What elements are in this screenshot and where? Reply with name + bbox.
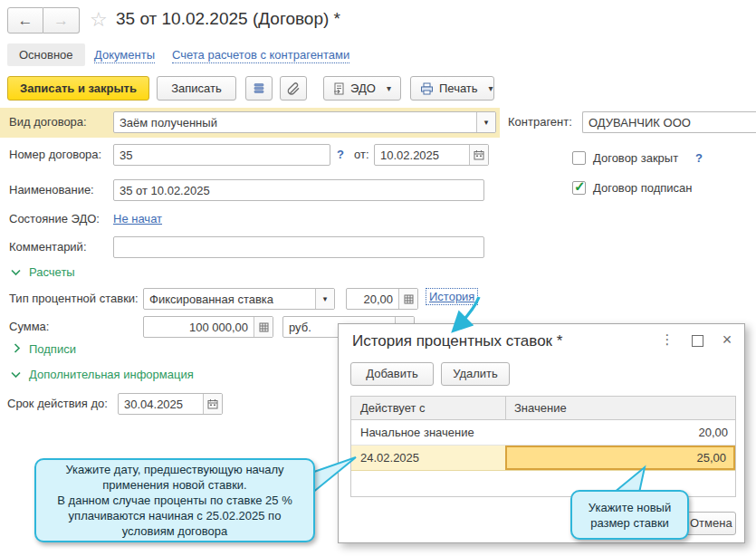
edo-caret-icon: ▾: [387, 77, 391, 100]
add-row-button[interactable]: Добавить: [350, 362, 434, 386]
rate-type-combobox[interactable]: Фиксированная ставка ▾: [143, 288, 335, 310]
callout-left-text: Укажите дату, предшествующую началу прим…: [45, 462, 304, 539]
valid-until-input[interactable]: 30.04.2025: [118, 393, 223, 415]
contract-closed-checkbox[interactable]: [572, 151, 586, 165]
contract-number-input[interactable]: 35: [113, 144, 330, 166]
attachments-button[interactable]: [280, 76, 307, 101]
dialog-more-icon[interactable]: ⋮: [657, 331, 677, 348]
name-value: 35 от 10.02.2025: [114, 184, 483, 197]
section-extra-header[interactable]: Дополнительная информация: [29, 368, 194, 381]
save-button[interactable]: Записать: [157, 76, 236, 101]
favorite-star-icon[interactable]: ☆: [90, 8, 108, 32]
stack-icon: [253, 82, 265, 95]
contract-type-label: Вид договора:: [9, 115, 87, 129]
back-button[interactable]: ←: [7, 7, 43, 34]
print-menu-button[interactable]: Печать ▾: [410, 76, 494, 101]
rate-type-dropdown-button[interactable]: ▾: [315, 289, 334, 309]
section-sign-chevron-right-icon[interactable]: [14, 343, 21, 353]
contract-number-label: Номер договора:: [9, 148, 101, 161]
edo-document-icon: [333, 82, 345, 95]
contract-date-calendar-button[interactable]: [469, 145, 488, 165]
valid-until-label: Срок действия до:: [7, 397, 108, 410]
printer-icon: [420, 82, 434, 95]
contract-form-window: ← → ☆ 35 от 10.02.2025 (Договор) * Основ…: [0, 0, 756, 556]
amount-calculator-button[interactable]: [254, 317, 273, 337]
callout-right-text: Укажите новый размер ставки: [581, 500, 678, 531]
row-date-cell[interactable]: 24.02.2025: [360, 451, 419, 465]
rate-type-label: Тип процентной ставки:: [9, 292, 139, 305]
counterparty-value: ОДУВАНЧИК ООО: [583, 116, 756, 129]
row-date-cell[interactable]: Начальное значение: [360, 426, 474, 439]
tab-main[interactable]: Основное: [7, 43, 85, 66]
chevron-down-icon: ▾: [323, 294, 328, 303]
table-row-selected[interactable]: 24.02.2025 25,00: [351, 446, 735, 471]
amount-label: Сумма:: [9, 320, 49, 333]
section-calc-header[interactable]: Расчеты: [29, 265, 75, 279]
contract-date-input[interactable]: 10.02.2025: [374, 144, 489, 166]
calculator-icon: [404, 294, 414, 304]
edo-state-link[interactable]: Не начат: [113, 212, 162, 225]
structure-button[interactable]: [245, 76, 273, 101]
rate-calculator-button[interactable]: [398, 289, 417, 309]
paperclip-icon: [286, 81, 301, 96]
column-header-value[interactable]: Значение: [514, 401, 567, 415]
callout-left: Укажите дату, предшествующую началу прим…: [34, 458, 315, 542]
contract-date-value: 10.02.2025: [375, 149, 469, 162]
calendar-icon: [207, 398, 218, 409]
back-icon: ←: [18, 12, 33, 29]
calculator-icon: [259, 322, 269, 332]
contract-type-dropdown-button[interactable]: ▾: [476, 112, 495, 132]
tab-settlement-accounts[interactable]: Счета расчетов с контрагентами: [172, 48, 349, 63]
counterparty-label: Контрагент:: [508, 115, 572, 129]
edo-menu-button[interactable]: ЭДО ▾: [323, 76, 401, 101]
contract-type-combobox[interactable]: Заём полученный ▾: [113, 111, 496, 133]
rate-value-input[interactable]: 20,00: [346, 288, 418, 310]
name-input[interactable]: 35 от 10.02.2025: [113, 179, 484, 201]
comment-label: Комментарий:: [9, 240, 87, 254]
row-value-cell[interactable]: 20,00: [505, 420, 735, 445]
column-divider: [505, 397, 506, 419]
contract-signed-checkbox[interactable]: ✓: [572, 181, 586, 195]
contract-signed-label: Договор подписан: [593, 181, 692, 195]
rate-value: 20,00: [347, 292, 398, 306]
print-button-label: Печать: [439, 77, 478, 100]
page-title: 35 от 10.02.2025 (Договор) *: [116, 9, 340, 29]
rate-history-table: Действует с Значение Начальное значение …: [350, 396, 736, 497]
contract-closed-label: Договор закрыт: [593, 151, 678, 165]
section-extra-chevron-down-icon[interactable]: [11, 371, 21, 379]
edo-state-label: Состояние ЭДО:: [9, 212, 100, 225]
contract-type-value: Заём полученный: [114, 116, 476, 129]
history-link-text: История: [429, 290, 474, 303]
chevron-down-icon: ▾: [484, 118, 489, 127]
column-header-date[interactable]: Действует с: [360, 401, 426, 415]
save-and-close-button[interactable]: Записать и закрыть: [7, 76, 149, 101]
number-help-icon[interactable]: ?: [337, 148, 344, 161]
amount-input[interactable]: 100 000,00: [143, 316, 273, 338]
forward-button[interactable]: →: [43, 7, 80, 34]
closed-help-icon[interactable]: ?: [695, 151, 703, 165]
tab-documents[interactable]: Документы: [94, 48, 155, 63]
rate-type-value: Фиксированная ставка: [144, 292, 315, 306]
amount-value: 100 000,00: [144, 321, 254, 334]
history-link[interactable]: История: [426, 288, 478, 305]
print-caret-icon: ▾: [489, 77, 493, 100]
delete-row-button[interactable]: Удалить: [441, 362, 510, 386]
dialog-maximize-icon[interactable]: [692, 335, 703, 347]
section-signatures-header[interactable]: Подписи: [29, 342, 76, 356]
callout-right: Укажите новый размер ставки: [570, 490, 689, 540]
row-value-cell-selected[interactable]: 25,00: [505, 446, 735, 470]
calendar-icon: [474, 149, 484, 160]
edo-button-label: ЭДО: [350, 77, 376, 100]
dialog-close-icon[interactable]: ×: [717, 331, 737, 348]
name-label: Наименование:: [9, 183, 94, 197]
contract-number-value: 35: [114, 149, 330, 162]
valid-until-calendar-button[interactable]: [203, 394, 222, 414]
check-icon: ✓: [574, 178, 586, 195]
counterparty-input[interactable]: ОДУВАНЧИК ООО: [582, 111, 756, 133]
valid-until-value: 30.04.2025: [119, 398, 203, 411]
table-row[interactable]: Начальное значение 20,00: [351, 420, 735, 446]
comment-input[interactable]: [113, 236, 484, 258]
forward-icon: →: [53, 12, 69, 29]
section-calc-chevron-down-icon[interactable]: [11, 269, 21, 276]
contract-date-label: от:: [354, 148, 369, 161]
